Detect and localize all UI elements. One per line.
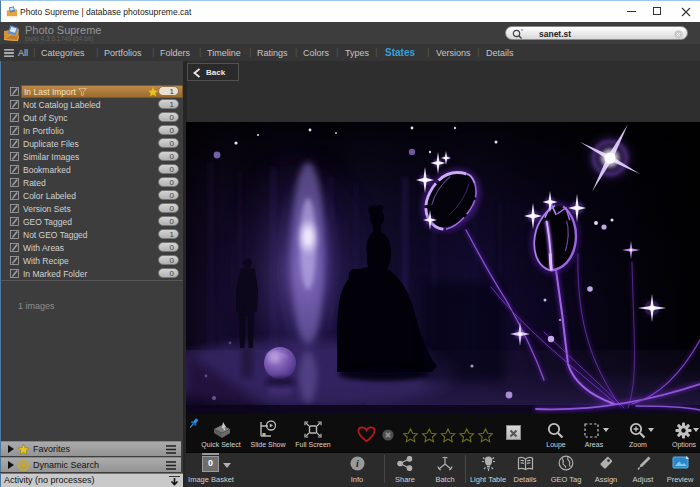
svg-text:i: i xyxy=(356,458,359,469)
svg-text:*: * xyxy=(521,29,523,34)
